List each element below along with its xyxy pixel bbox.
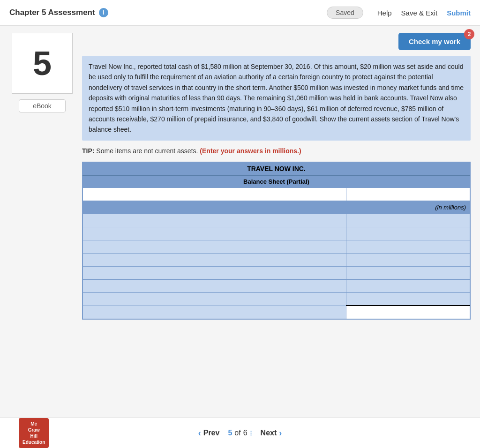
table-row-total [83,306,470,319]
next-arrow-icon: › [279,428,282,438]
row5-input-left[interactable] [83,267,346,279]
header-title-group: Chapter 5 Assessment i [9,8,108,17]
label-cell [83,201,346,214]
row3-input-left[interactable] [83,240,346,253]
total-left [83,306,346,319]
check-btn-wrapper: Check my work 2 [398,33,471,50]
total-input-right[interactable] [346,306,470,319]
mcgraw-logo: Mc Graw Hill Education [19,418,49,448]
row7-right [346,292,470,306]
question-body: Travel Now Inc., reported total cash of … [89,63,464,133]
tip-enter: (Enter your answers in millions.) [200,147,301,155]
row3-input-right[interactable] [346,240,470,253]
chapter-title: Chapter 5 Assessment [9,8,95,17]
tip-line: TIP: Some items are not current assets. … [82,146,471,156]
table-row-4 [83,253,470,266]
logo-line2: Graw [22,427,45,433]
row1-right [346,214,470,227]
row2-right [346,227,470,240]
row7-input-left[interactable] [83,293,346,306]
row3-left [83,240,346,253]
prev-label: Prev [203,429,220,437]
of-label: of [234,429,240,437]
row6-right [346,279,470,292]
ebook-button[interactable]: eBook [19,99,66,112]
footer-wrapper: Mc Graw Hill Education ‹ Prev 5 of 6 ⁝ N… [9,428,471,438]
in-millions-cell: (in millions) [346,201,470,214]
logo-line4: Education [22,439,45,445]
table-row-label: (in millions) [83,201,470,214]
table-body: (in millions) [82,187,470,319]
table-row-1 [83,214,470,227]
total-input-left[interactable] [83,306,346,319]
grid-icon[interactable]: ⁝ [250,429,252,438]
next-button[interactable]: Next › [261,428,282,438]
submit-link[interactable]: Submit [447,9,471,17]
row7-left [83,292,346,306]
help-link[interactable]: Help [377,9,392,17]
row6-input-right[interactable] [346,280,470,292]
row1-left [83,214,346,227]
row7-input-right[interactable] [346,293,470,306]
row2-input-left[interactable] [83,227,346,240]
title-cell-left [83,187,346,201]
title-input-left[interactable] [83,188,346,201]
sidebar: 5 eBook [9,33,75,411]
question-number: 5 [33,44,52,82]
row4-input-left[interactable] [83,254,346,266]
title-cell-right [346,187,470,201]
header-nav: Help Save & Exit Submit [377,9,471,17]
row3-right [346,240,470,253]
row6-input-left[interactable] [83,280,346,292]
balance-sheet-table: TRAVEL NOW INC. Balance Sheet (Partial) … [82,162,471,320]
tip-label: TIP: [82,147,94,155]
footer-logo-area: Mc Graw Hill Education [19,418,49,448]
row1-input-right[interactable] [346,214,470,227]
table-row-title [83,187,470,201]
info-icon[interactable]: i [99,8,108,17]
page-current: 5 [228,429,232,437]
table-company-header: TRAVEL NOW INC. [82,162,470,175]
footer-nav: ‹ Prev 5 of 6 ⁝ Next › [198,428,282,438]
table-row-3 [83,240,470,253]
save-exit-link[interactable]: Save & Exit [401,9,438,17]
row2-input-right[interactable] [346,227,470,240]
table-row-7 [83,292,470,306]
row5-input-right[interactable] [346,267,470,279]
question-text: Travel Now Inc., reported total cash of … [82,56,471,141]
row4-left [83,253,346,266]
main-content: 5 eBook Check my work 2 Travel Now Inc.,… [0,26,480,418]
check-my-work-button[interactable]: Check my work [398,33,471,50]
table-row-5 [83,266,470,279]
title-input-right[interactable] [346,188,470,201]
row1-input-left[interactable] [83,214,346,227]
row4-input-right[interactable] [346,254,470,266]
logo-line3: Hill [22,433,45,439]
row2-left [83,227,346,240]
total-right [346,306,470,319]
row5-left [83,266,346,279]
page-indicator: 5 of 6 ⁝ [228,429,252,438]
logo-line1: Mc [22,421,45,427]
tip-text: Some items are not current assets. [96,147,200,155]
question-number-box: 5 [12,33,73,94]
footer: Mc Graw Hill Education ‹ Prev 5 of 6 ⁝ N… [0,418,480,448]
table-row-2 [83,227,470,240]
check-work-badge: 2 [464,29,474,39]
content-area: Check my work 2 Travel Now Inc., reporte… [82,33,471,411]
prev-button[interactable]: ‹ Prev [198,428,220,438]
check-bar: Check my work 2 [82,33,471,50]
table-sheet-subheader: Balance Sheet (Partial) [82,175,470,187]
row4-right [346,253,470,266]
row5-right [346,266,470,279]
saved-badge: Saved [327,7,363,19]
next-label: Next [261,429,277,437]
prev-arrow-icon: ‹ [198,428,201,438]
row6-left [83,279,346,292]
header: Chapter 5 Assessment i Saved Help Save &… [0,0,480,26]
page-total: 6 [243,429,248,437]
table-row-6 [83,279,470,292]
